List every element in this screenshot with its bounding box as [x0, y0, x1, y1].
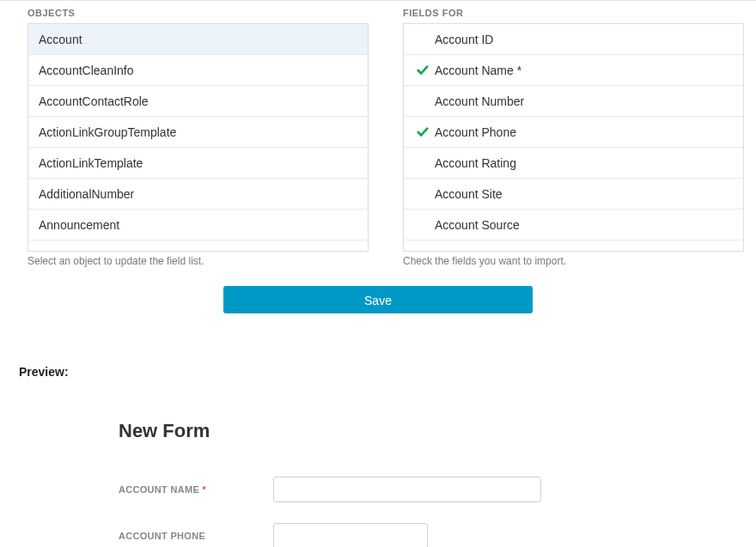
field-item[interactable]: Account Type — [404, 240, 743, 251]
form-input[interactable] — [273, 477, 541, 502]
object-item-label: Account — [39, 33, 82, 46]
form-input[interactable] — [273, 523, 428, 547]
object-item-label: ApexClass — [39, 249, 96, 251]
save-button[interactable]: Save — [223, 286, 533, 313]
field-item-label: Account Phone — [431, 125, 516, 139]
object-item[interactable]: ActionLinkTemplate — [28, 148, 368, 179]
objects-header: OBJECTS — [27, 8, 369, 18]
fields-header: FIELDS FOR — [403, 8, 744, 18]
form-field-label-text: ACCOUNT NAME — [119, 484, 199, 495]
form-field-label: ACCOUNT PHONE — [119, 531, 273, 541]
form-field-label-text: ACCOUNT PHONE — [119, 531, 205, 541]
required-mark: * — [202, 484, 206, 495]
field-item-label: Account ID — [431, 33, 493, 46]
object-item-label: AdditionalNumber — [39, 187, 134, 201]
field-item[interactable]: Account Source — [404, 210, 743, 240]
object-item-label: AccountContactRole — [39, 94, 149, 108]
form-title: New Form — [119, 420, 737, 442]
field-item[interactable]: Account Rating — [404, 148, 743, 179]
field-check — [414, 126, 431, 138]
field-item-label: Account Name * — [431, 64, 521, 77]
field-item-label: Account Number — [431, 94, 524, 108]
object-item[interactable]: ActionLinkGroupTemplate — [28, 117, 368, 148]
object-item[interactable]: ApexClass — [28, 240, 368, 251]
form-row: ACCOUNT PHONE — [119, 523, 737, 547]
field-item[interactable]: Account Phone — [404, 117, 743, 148]
field-item[interactable]: Account ID — [404, 24, 743, 55]
field-item-label: Account Source — [431, 218, 520, 232]
field-check — [414, 64, 431, 76]
field-item[interactable]: Account Site — [404, 179, 743, 210]
field-item-label: Account Rating — [431, 156, 516, 170]
field-item[interactable]: Account Name * — [404, 55, 743, 86]
field-item-label: Account Site — [431, 187, 503, 201]
form-field-label: ACCOUNT NAME * — [119, 484, 273, 495]
object-item-label: AccountCleanInfo — [39, 64, 134, 77]
preview-label: Preview: — [19, 365, 737, 379]
fields-helper: Check the fields you want to import. — [403, 255, 744, 267]
check-icon — [417, 64, 429, 76]
object-item[interactable]: AdditionalNumber — [28, 179, 368, 210]
field-item-label: Account Type — [431, 249, 508, 252]
check-icon — [417, 126, 429, 138]
objects-helper: Select an object to update the field lis… — [27, 255, 369, 267]
object-item[interactable]: AccountContactRole — [28, 86, 368, 117]
object-item-label: ActionLinkGroupTemplate — [39, 125, 176, 139]
field-item[interactable]: Account Number — [404, 86, 743, 117]
object-item[interactable]: Account — [28, 24, 368, 55]
object-item-label: ActionLinkTemplate — [39, 156, 143, 170]
object-item[interactable]: Announcement — [28, 210, 368, 240]
fields-listbox: Account IDAccount Name *Account NumberAc… — [403, 23, 744, 252]
object-item[interactable]: AccountCleanInfo — [28, 55, 368, 86]
form-row: ACCOUNT NAME * — [119, 477, 737, 502]
object-item-label: Announcement — [39, 218, 119, 232]
objects-listbox: AccountAccountCleanInfoAccountContactRol… — [27, 23, 369, 252]
